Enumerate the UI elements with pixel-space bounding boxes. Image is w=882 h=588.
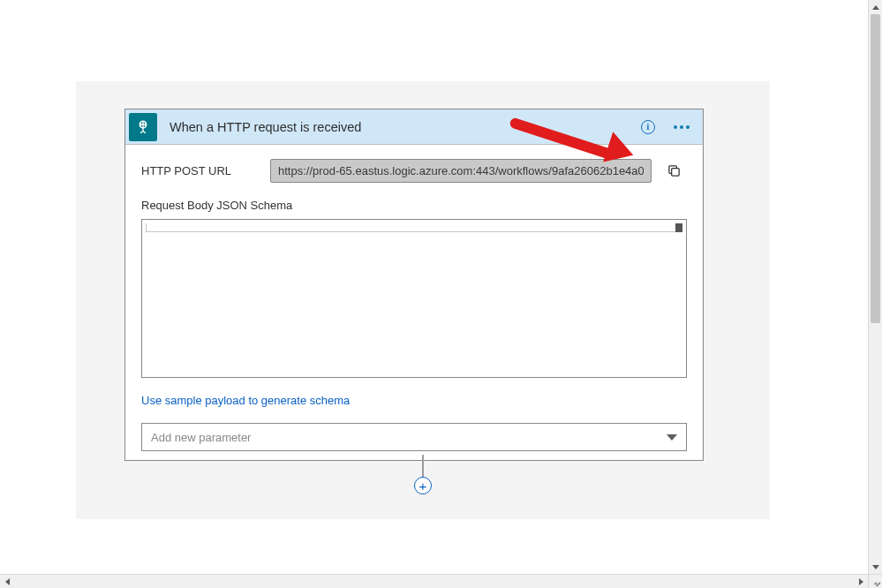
copy-icon [667,163,682,178]
add-step-button[interactable]: + [414,477,432,494]
vscroll-track[interactable] [869,14,882,560]
scrollbar-corner [868,574,882,588]
trigger-card: When a HTTP request is received i HTTP P… [124,109,704,461]
editor-scrollbar-thumb[interactable] [675,223,682,232]
triangle-left-icon [5,578,10,585]
content-area: When a HTTP request is received i HTTP P… [0,0,868,574]
card-header[interactable]: When a HTTP request is received i [125,109,703,145]
schema-label: Request Body JSON Schema [141,199,687,212]
http-post-url-input[interactable] [270,159,652,183]
copy-url-button[interactable] [660,159,687,183]
triangle-right-icon [859,578,863,585]
scroll-down-button[interactable] [869,560,882,574]
more-button[interactable] [669,115,694,139]
resize-grip-icon [871,577,880,586]
card-body: HTTP POST URL Request Body JSON Schema [125,145,703,460]
http-request-icon [129,113,157,141]
scroll-right-button[interactable] [854,575,868,588]
vscroll-thumb[interactable] [871,14,880,323]
editor-top-border [146,223,682,232]
scroll-left-button[interactable] [0,575,14,588]
sample-payload-row: Use sample payload to generate schema [141,394,687,407]
add-parameter-placeholder: Add new parameter [151,431,251,444]
triangle-up-icon [872,5,879,10]
svg-rect-1 [671,169,679,177]
scroll-up-button[interactable] [869,0,882,14]
triangle-down-icon [872,565,879,569]
vertical-scrollbar[interactable] [868,0,882,574]
info-button[interactable]: i [636,115,660,139]
chevron-down-icon [667,434,677,441]
info-icon: i [641,120,655,134]
use-sample-payload-link[interactable]: Use sample payload to generate schema [141,394,350,407]
url-label: HTTP POST URL [141,164,270,177]
json-schema-textarea[interactable] [141,219,687,378]
url-row: HTTP POST URL [141,159,687,183]
designer-canvas[interactable]: When a HTTP request is received i HTTP P… [76,81,770,519]
horizontal-scrollbar[interactable] [0,574,868,588]
viewport: When a HTTP request is received i HTTP P… [0,0,882,588]
card-title: When a HTTP request is received [157,120,636,134]
ellipsis-icon [674,125,690,129]
add-parameter-dropdown[interactable]: Add new parameter [141,423,687,451]
